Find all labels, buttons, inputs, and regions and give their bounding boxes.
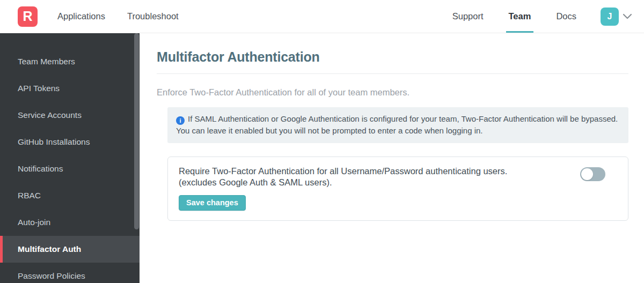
- info-note: If SAML Authentication or Google Authent…: [167, 107, 628, 143]
- app-logo-letter: R: [23, 9, 32, 24]
- body-row: Team Members API Tokens Service Accounts…: [0, 33, 644, 283]
- sidebar-item-notifications[interactable]: Notifications: [0, 155, 140, 182]
- page-title: Multifactor Authentication: [157, 49, 628, 65]
- user-menu[interactable]: J: [601, 0, 632, 33]
- app-logo[interactable]: R: [18, 6, 38, 27]
- navbar-spacer: [179, 0, 450, 33]
- mfa-setting-card: Require Two-Factor Authentication for al…: [167, 157, 628, 221]
- title-divider: [157, 73, 628, 74]
- info-icon: [176, 116, 185, 125]
- mfa-setting-label-line1: Require Two-Factor Authentication for al…: [179, 166, 559, 177]
- sidebar-item-team-members[interactable]: Team Members: [0, 48, 140, 75]
- info-note-text: If SAML Authentication or Google Authent…: [176, 114, 618, 135]
- primary-nav: Applications Troubleshoot: [57, 0, 179, 33]
- settings-section: If SAML Authentication or Google Authent…: [167, 107, 628, 221]
- save-changes-button[interactable]: Save changes: [179, 195, 246, 211]
- sidebar-item-auto-join[interactable]: Auto-join: [0, 209, 140, 236]
- mfa-setting-label: Require Two-Factor Authentication for al…: [179, 166, 580, 188]
- sidebar: Team Members API Tokens Service Accounts…: [0, 33, 140, 283]
- mfa-setting-row: Require Two-Factor Authentication for al…: [179, 166, 617, 188]
- sidebar-item-password-policies[interactable]: Password Policies: [0, 263, 140, 283]
- nav-team[interactable]: Team: [506, 0, 534, 33]
- main-content: Multifactor Authentication Enforce Two-F…: [140, 33, 644, 283]
- sidebar-item-api-tokens[interactable]: API Tokens: [0, 75, 140, 102]
- nav-docs[interactable]: Docs: [553, 0, 579, 33]
- sidebar-item-service-accounts[interactable]: Service Accounts: [0, 102, 140, 129]
- sidebar-item-github-installations[interactable]: GitHub Installations: [0, 129, 140, 155]
- page-subtitle: Enforce Two-Factor Authentication for al…: [157, 87, 628, 98]
- nav-applications[interactable]: Applications: [57, 0, 105, 33]
- nav-support[interactable]: Support: [450, 0, 486, 33]
- require-2fa-toggle[interactable]: [580, 167, 605, 181]
- app-window: R Applications Troubleshoot Support Team…: [0, 0, 644, 283]
- secondary-nav: Support Team Docs: [450, 0, 579, 33]
- chevron-down-icon: [623, 13, 632, 20]
- avatar[interactable]: J: [601, 8, 619, 26]
- nav-troubleshoot[interactable]: Troubleshoot: [127, 0, 179, 33]
- sidebar-item-multifactor-auth[interactable]: Multifactor Auth: [0, 236, 140, 263]
- toggle-knob: [581, 168, 593, 180]
- mfa-setting-label-line2: (excludes Google Auth & SAML users).: [179, 177, 559, 188]
- top-navbar: R Applications Troubleshoot Support Team…: [0, 0, 644, 33]
- sidebar-item-rbac[interactable]: RBAC: [0, 182, 140, 209]
- sidebar-scrollbar-thumb[interactable]: [134, 33, 139, 229]
